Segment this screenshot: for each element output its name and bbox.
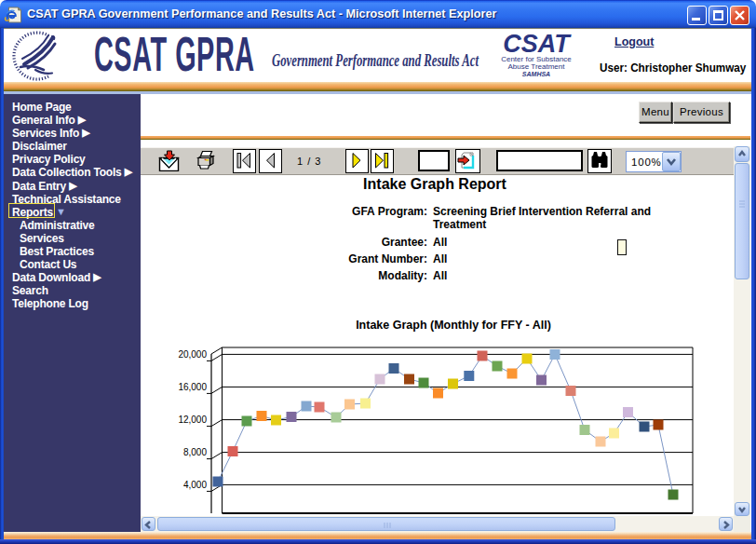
svg-text:8,000: 8,000 xyxy=(183,447,207,457)
svg-text:20,000: 20,000 xyxy=(178,349,207,360)
svg-text:16,000: 16,000 xyxy=(178,382,207,392)
svg-text:4,000: 4,000 xyxy=(183,480,207,490)
svg-text:12,000: 12,000 xyxy=(178,415,207,425)
